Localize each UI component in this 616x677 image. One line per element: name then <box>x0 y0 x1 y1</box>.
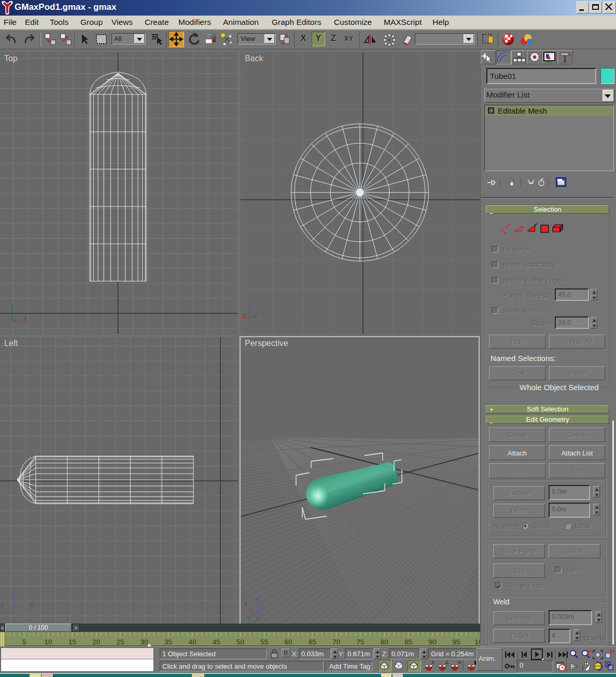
svg-text:60: 60 <box>285 638 292 646</box>
svg-text:y: y <box>254 311 258 319</box>
svg-text:35: 35 <box>164 638 172 646</box>
svg-text:x: x <box>24 314 27 322</box>
svg-text:x: x <box>244 600 248 607</box>
svg-text:85: 85 <box>404 638 412 646</box>
svg-text:50: 50 <box>236 638 244 646</box>
svg-text:y: y <box>248 614 251 621</box>
svg-text:5: 5 <box>22 638 26 646</box>
svg-text:20: 20 <box>92 638 100 646</box>
svg-text:55: 55 <box>260 638 268 646</box>
svg-text:25: 25 <box>116 638 124 646</box>
svg-text:3: 3 <box>431 660 434 665</box>
svg-text:100: 100 <box>474 638 480 646</box>
svg-text:70: 70 <box>332 638 340 646</box>
svg-text:x: x <box>242 311 246 319</box>
svg-text:95: 95 <box>453 638 460 646</box>
svg-text:z: z <box>247 299 251 307</box>
svg-text:x: x <box>30 601 34 609</box>
svg-text:45: 45 <box>213 638 220 646</box>
svg-text:z: z <box>13 314 17 322</box>
svg-text:40: 40 <box>188 638 196 646</box>
svg-text:y: y <box>1 601 4 609</box>
svg-text:30: 30 <box>141 638 148 646</box>
svg-text:%: % <box>457 660 461 665</box>
svg-text:z: z <box>11 593 15 601</box>
svg-text:10: 10 <box>45 638 52 646</box>
svg-text:80: 80 <box>381 638 388 646</box>
svg-text:75: 75 <box>356 638 364 646</box>
svg-text:65: 65 <box>309 638 316 646</box>
svg-text:z: z <box>256 594 259 602</box>
svg-text:y: y <box>11 301 15 309</box>
svg-text:90: 90 <box>428 638 436 646</box>
svg-text:15: 15 <box>68 638 76 646</box>
svg-text:∠: ∠ <box>445 660 449 665</box>
